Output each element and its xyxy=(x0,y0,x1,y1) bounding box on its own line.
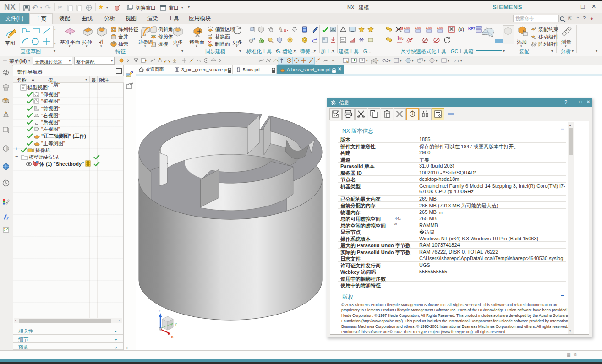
svg-text:1.00: 1.00 xyxy=(404,26,410,29)
svg-text:X: X xyxy=(171,335,174,339)
svg-text:1.00: 1.00 xyxy=(426,26,432,29)
svg-text:1.00: 1.00 xyxy=(415,26,421,29)
svg-text:Y: Y xyxy=(175,322,177,326)
svg-text:1.00: 1.00 xyxy=(437,26,443,29)
svg-text:Z: Z xyxy=(159,309,161,313)
